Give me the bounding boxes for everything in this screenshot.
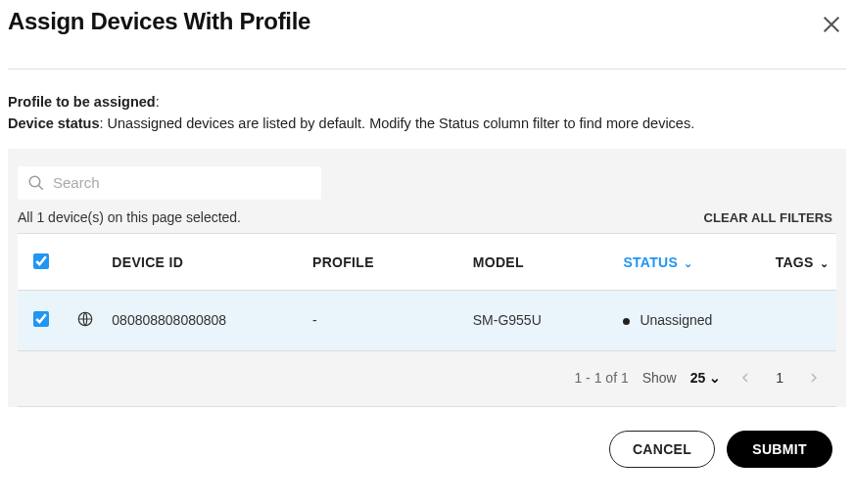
col-device-id[interactable]: DEVICE ID <box>104 233 305 290</box>
devices-table: DEVICE ID PROFILE MODEL STATUS⌄ TAGS⌄ <box>18 233 836 351</box>
row-icon-cell <box>66 290 105 350</box>
page-size-select[interactable]: 25 ⌄ <box>690 370 721 386</box>
cell-device-id: 080808808080808 <box>104 290 305 350</box>
cell-status-text: Unassigned <box>640 312 712 328</box>
select-all-checkbox[interactable] <box>33 253 49 269</box>
cell-tags <box>768 290 836 350</box>
close-icon <box>821 14 842 35</box>
next-page-button[interactable] <box>803 367 825 389</box>
dialog-header: Assign Devices With Profile <box>8 8 846 69</box>
status-dot-icon <box>623 318 630 325</box>
current-page: 1 <box>770 370 789 386</box>
page-size-label: Show <box>642 370 677 386</box>
col-model[interactable]: MODEL <box>465 233 616 290</box>
search-input[interactable] <box>53 174 311 191</box>
row-checkbox[interactable] <box>33 311 49 327</box>
globe-icon <box>76 310 94 328</box>
chevron-down-icon: ⌄ <box>709 370 721 386</box>
col-tags[interactable]: TAGS⌄ <box>768 233 836 290</box>
cell-model: SM-G955U <box>465 290 616 350</box>
svg-line-1 <box>38 185 43 190</box>
table-area: All 1 device(s) on this page selected. C… <box>8 149 846 407</box>
submit-button[interactable]: SUBMIT <box>727 431 832 468</box>
cell-profile: - <box>305 290 465 350</box>
status-line: Device status: Unassigned devices are li… <box>8 113 846 134</box>
search-box[interactable] <box>18 166 321 200</box>
assign-devices-dialog: Assign Devices With Profile Profile to b… <box>0 0 854 478</box>
close-button[interactable] <box>817 10 846 43</box>
cancel-button[interactable]: CANCEL <box>609 431 715 468</box>
meta-row: All 1 device(s) on this page selected. C… <box>18 200 836 231</box>
info-section: Profile to be assigned: Device status: U… <box>8 69 846 149</box>
dialog-title: Assign Devices With Profile <box>8 8 310 35</box>
page-range: 1 - 1 of 1 <box>574 370 628 386</box>
col-status-label: STATUS <box>623 254 678 270</box>
cell-status: Unassigned <box>615 290 767 350</box>
chevron-left-icon <box>740 373 750 383</box>
chevron-down-icon: ⌄ <box>820 257 829 269</box>
col-status[interactable]: STATUS⌄ <box>615 233 767 290</box>
chevron-right-icon <box>809 373 819 383</box>
clear-filters-button[interactable]: CLEAR ALL FILTERS <box>704 210 832 225</box>
col-profile[interactable]: PROFILE <box>305 233 465 290</box>
status-label: Device status <box>8 115 100 131</box>
pagination: 1 - 1 of 1 Show 25 ⌄ 1 <box>18 351 836 407</box>
chevron-down-icon: ⌄ <box>684 257 692 269</box>
profile-label: Profile to be assigned <box>8 94 156 110</box>
prev-page-button[interactable] <box>735 367 756 389</box>
table-header-row: DEVICE ID PROFILE MODEL STATUS⌄ TAGS⌄ <box>18 233 836 290</box>
icon-col-header <box>66 233 105 290</box>
status-text: Unassigned devices are listed by default… <box>108 115 695 131</box>
dialog-footer: CANCEL SUBMIT <box>8 407 846 478</box>
page-size-value: 25 <box>690 370 706 386</box>
select-all-cell <box>18 233 66 290</box>
svg-point-0 <box>29 176 40 187</box>
profile-line: Profile to be assigned: <box>8 91 846 113</box>
table-row[interactable]: 080808808080808 - SM-G955U Unassigned <box>18 290 836 350</box>
col-tags-label: TAGS <box>776 254 814 270</box>
search-icon <box>27 174 45 192</box>
row-checkbox-cell <box>18 290 66 350</box>
selection-text: All 1 device(s) on this page selected. <box>18 209 241 225</box>
